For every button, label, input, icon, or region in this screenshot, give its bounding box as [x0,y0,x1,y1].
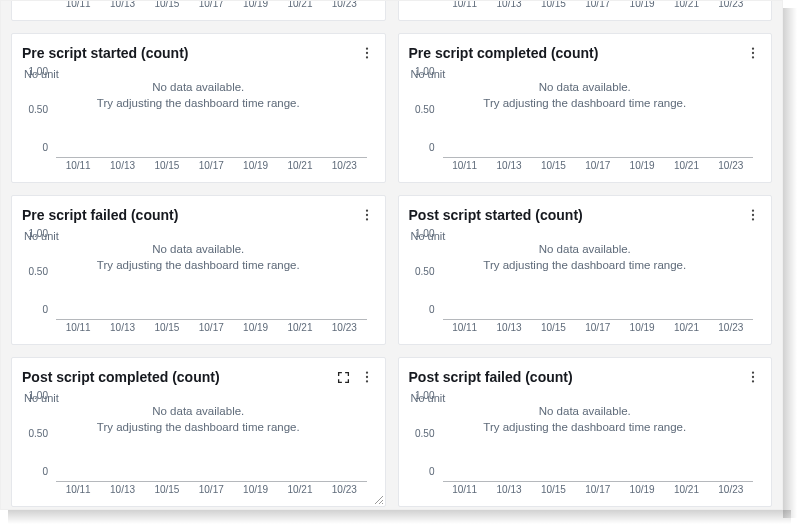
x-tick: 10/15 [531,484,575,500]
x-tick: 10/13 [487,160,531,176]
panel-actions [337,369,375,385]
chart-panel-pre-completed: Pre script completed (count)No unitNo da… [398,33,773,183]
panel-header: Pre script started (count) [22,42,375,64]
resize-handle-icon[interactable] [372,493,384,505]
chart-panel-post-started: Post script started (count)No unitNo dat… [398,195,773,345]
svg-point-9 [752,47,754,49]
x-tick: 10/17 [189,0,233,14]
svg-point-19 [365,376,367,378]
chart-panel-pre-failed: Pre script failed (count)No unitNo data … [11,195,386,345]
panel-header: Post script started (count) [409,204,762,226]
x-tick: 10/13 [100,322,144,338]
kebab-menu-icon[interactable] [745,45,761,61]
svg-point-20 [365,380,367,382]
y-axis: 00.501.00 [409,406,439,482]
panel-title: Pre script failed (count) [22,207,178,223]
svg-point-8 [365,56,367,58]
x-tick: 10/23 [709,160,753,176]
chart-panel-post-completed: Post script completed (count)No unitNo d… [11,357,386,507]
kebab-menu-icon[interactable] [359,369,375,385]
x-axis-line [443,157,754,158]
x-tick: 10/19 [620,484,664,500]
y-tick: 0.50 [415,104,434,115]
y-tick: 1.00 [29,66,48,77]
chart-area: 010/1110/1310/1510/1710/1910/2110/23 [409,0,762,14]
plot-region [56,82,367,158]
x-axis: 10/1110/1310/1510/1710/1910/2110/23 [443,322,754,338]
unit-label: No unit [24,392,375,404]
x-tick: 10/21 [278,0,322,14]
x-tick: 10/13 [487,484,531,500]
panel-actions [359,45,375,61]
chart-area: 00.501.0010/1110/1310/1510/1710/1910/211… [22,244,375,338]
panel-header: Post script failed (count) [409,366,762,388]
x-tick: 10/13 [487,0,531,14]
panel-header: Pre script completed (count) [409,42,762,64]
x-tick: 10/23 [709,322,753,338]
kebab-menu-icon[interactable] [359,45,375,61]
svg-point-17 [752,218,754,220]
y-tick: 0.50 [29,266,48,277]
y-tick: 0 [429,142,435,153]
panel-title: Post script failed (count) [409,369,573,385]
svg-point-13 [365,214,367,216]
svg-point-6 [365,47,367,49]
plot-region [443,82,754,158]
svg-point-7 [365,52,367,54]
x-tick: 10/19 [233,322,277,338]
expand-icon[interactable] [337,370,351,384]
x-tick: 10/21 [664,160,708,176]
x-tick: 10/17 [189,322,233,338]
panel-title: Post script started (count) [409,207,583,223]
chart-panel-partial-left: No unitNo data available.Try adjusting t… [11,0,386,21]
y-tick: 0.50 [415,428,434,439]
x-tick: 10/13 [487,322,531,338]
y-tick: 0.50 [29,428,48,439]
y-tick: 1.00 [29,228,48,239]
x-tick: 10/19 [620,0,664,14]
x-tick: 10/11 [56,322,100,338]
svg-point-15 [752,209,754,211]
panel-actions [745,207,761,223]
x-tick: 10/11 [443,160,487,176]
kebab-menu-icon[interactable] [745,369,761,385]
kebab-menu-icon[interactable] [745,207,761,223]
x-tick: 10/17 [189,484,233,500]
panel-actions [745,45,761,61]
unit-label: No unit [24,230,375,242]
svg-point-18 [365,371,367,373]
x-tick: 10/19 [233,160,277,176]
x-tick: 10/19 [233,0,277,14]
y-tick: 1.00 [415,228,434,239]
x-tick: 10/19 [620,322,664,338]
svg-point-11 [752,56,754,58]
panel-header: Post script completed (count) [22,366,375,388]
x-tick: 10/15 [531,322,575,338]
x-tick: 10/23 [322,484,366,500]
x-tick: 10/13 [100,160,144,176]
x-tick: 10/19 [233,484,277,500]
chart-panel-post-failed: Post script failed (count)No unitNo data… [398,357,773,507]
y-axis: 00.501.00 [22,82,52,158]
unit-label: No unit [24,68,375,80]
svg-point-16 [752,214,754,216]
x-axis-line [56,319,367,320]
x-axis: 10/1110/1310/1510/1710/1910/2110/23 [443,160,754,176]
kebab-menu-icon[interactable] [359,207,375,223]
x-tick: 10/23 [322,322,366,338]
x-tick: 10/21 [664,322,708,338]
y-tick: 0 [42,142,48,153]
x-tick: 10/23 [709,484,753,500]
dashboard-grid: No unitNo data available.Try adjusting t… [11,0,772,510]
x-tick: 10/15 [145,484,189,500]
svg-line-23 [382,503,383,504]
chart-panel-pre-started: Pre script started (count)No unitNo data… [11,33,386,183]
x-axis: 10/1110/1310/1510/1710/1910/2110/23 [443,0,754,14]
x-tick: 10/11 [443,0,487,14]
unit-label: No unit [411,230,762,242]
chart-panel-partial-right: No unitNo data available.Try adjusting t… [398,0,773,21]
drop-shadow-bottom [8,510,791,524]
x-tick: 10/15 [145,0,189,14]
y-tick: 1.00 [415,66,434,77]
x-axis-line [443,481,754,482]
